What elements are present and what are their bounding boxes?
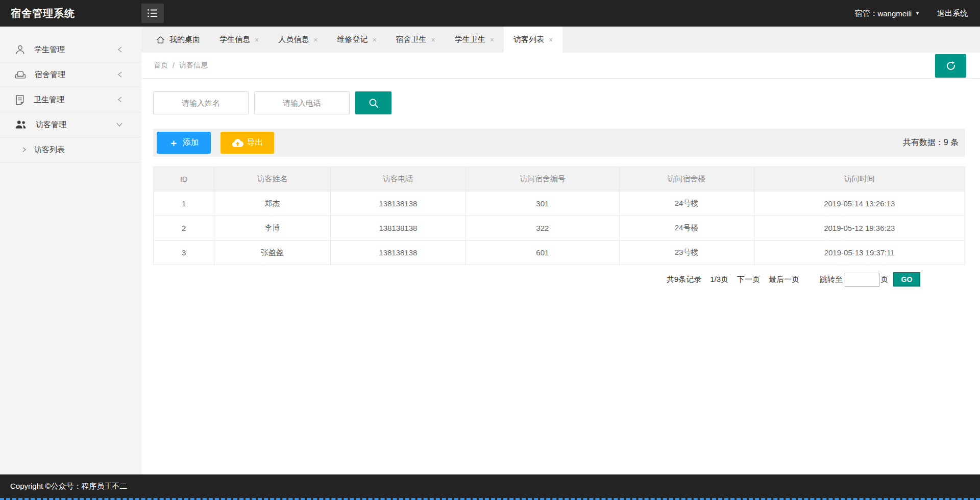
visitor-table: ID 访客姓名 访客电话 访问宿舍编号 访问宿舍楼 访问时间 1 郑杰 1381 [153,166,965,265]
dormitory-management-app: 宿舍管理系统 宿管：wangmeili ▼ 退出系统 [0,0,980,500]
col-header-id: ID [154,167,214,192]
plus-icon: ＋ [169,138,179,148]
table-row[interactable]: 1 郑杰 138138138 301 24号楼 2019-05-14 13:26… [154,192,965,216]
jump-page-input[interactable] [845,273,879,287]
tab-label: 维修登记 [337,35,368,44]
close-icon[interactable]: × [372,36,376,44]
cell-dorm-number: 301 [466,192,620,216]
col-header-dorm-building: 访问宿舍楼 [619,167,754,192]
col-header-dorm-number: 访问宿舍编号 [466,167,620,192]
sidebar: 学生管理 宿舍管理 [0,27,141,474]
cell-id: 2 [154,216,214,241]
breadcrumb-separator: / [173,61,175,69]
phone-search-input[interactable] [254,91,350,114]
tab-my-desktop[interactable]: 我的桌面 [146,27,210,53]
search-button[interactable] [355,91,391,114]
cell-visit-time: 2019-05-13 19:37:11 [754,241,965,265]
middle-region: 学生管理 宿舍管理 [0,27,980,474]
main-area: 我的桌面 学生信息 × 人员信息 × 维修登记 × 宿舍卫生 × [141,27,980,474]
export-button[interactable]: 导出 [220,132,274,154]
tab-student-hygiene[interactable]: 学生卫生 × [445,27,504,53]
cell-visitor-name: 郑杰 [214,192,330,216]
cloud-upload-icon [232,138,243,148]
sidebar-item-label: 卫生管理 [34,95,64,105]
sidebar-item-visitor-list[interactable]: 访客列表 [0,137,141,162]
tab-label: 宿舍卫生 [396,35,427,44]
cell-visit-time: 2019-05-12 19:36:23 [754,216,965,241]
sidebar-item-dorm-management[interactable]: 宿舍管理 [0,62,141,87]
tab-personnel-info[interactable]: 人员信息 × [268,27,327,53]
tab-repair-register[interactable]: 维修登记 × [327,27,386,53]
tab-label: 访客列表 [513,35,544,44]
cell-visitor-name: 李博 [214,216,330,241]
chevron-right-icon [21,147,27,153]
table-row[interactable]: 2 李博 138138138 322 24号楼 2019-05-12 19:36… [154,216,965,241]
close-icon[interactable]: × [549,36,553,44]
export-button-label: 导出 [247,137,263,148]
col-header-visitor-name: 访客姓名 [214,167,330,192]
home-icon [156,36,165,44]
sidebar-item-hygiene-management[interactable]: 卫生管理 [0,87,141,112]
refresh-button[interactable] [935,54,966,78]
chevron-down-icon [116,122,123,128]
cell-dorm-number: 601 [466,241,620,265]
tab-label: 学生卫生 [455,35,485,44]
tab-label: 学生信息 [219,35,250,44]
cell-visitor-phone: 138138138 [330,216,466,241]
copyright-text: Copyright ©公众号：程序员王不二 [10,482,127,491]
next-page-link[interactable]: 下一页 [737,275,760,284]
sidebar-item-label: 学生管理 [34,45,65,55]
content-panel: ＋ 添加 导出 共有数据：9 条 [141,79,980,474]
close-icon[interactable]: × [431,36,435,44]
cell-id: 3 [154,241,214,265]
add-button-label: 添加 [183,137,199,148]
total-count-text: 共有数据：9 条 [903,137,961,148]
table-toolbar: ＋ 添加 导出 共有数据：9 条 [153,129,965,157]
chevron-left-icon [117,96,123,103]
cell-dorm-number: 322 [466,216,620,241]
refresh-icon [946,61,956,71]
pagination: 共9条记录 1/3页 下一页 最后一页 跳转至 页 GO [153,272,920,287]
go-button[interactable]: GO [893,272,920,287]
tab-student-info[interactable]: 学生信息 × [210,27,268,53]
add-button[interactable]: ＋ 添加 [157,132,211,154]
page-unit-label: 页 [880,275,888,284]
tab-visitor-list[interactable]: 访客列表 × [504,27,562,53]
chevron-left-icon [117,71,123,78]
user-menu[interactable]: 宿管：wangmeili ▼ [854,9,920,18]
breadcrumb-current: 访客信息 [179,61,208,70]
sidebar-item-student-management[interactable]: 学生管理 [0,37,141,62]
name-search-input[interactable] [153,91,249,114]
breadcrumb-home[interactable]: 首页 [154,61,168,70]
cell-visitor-name: 张盈盈 [214,241,330,265]
logout-button[interactable]: 退出系统 [937,9,968,18]
hamburger-icon [147,8,158,18]
search-icon [368,97,380,109]
cell-visitor-phone: 138138138 [330,241,466,265]
jump-label: 跳转至 [820,275,843,284]
tab-label: 我的桌面 [169,35,200,44]
close-icon[interactable]: × [490,36,494,44]
last-page-link[interactable]: 最后一页 [769,275,799,284]
sidebar-item-label: 宿舍管理 [35,70,65,80]
breadcrumb: 首页 / 访客信息 [141,53,980,79]
table-row[interactable]: 3 张盈盈 138138138 601 23号楼 2019-05-13 19:3… [154,241,965,265]
sofa-icon [15,69,26,80]
top-bar: 宿舍管理系统 宿管：wangmeili ▼ 退出系统 [0,0,980,27]
table-header-row: ID 访客姓名 访客电话 访问宿舍编号 访问宿舍楼 访问时间 [154,167,965,192]
document-icon [15,94,25,105]
search-row [153,91,965,114]
record-summary: 共9条记录 [667,275,701,284]
chevron-left-icon [117,46,123,53]
cell-visitor-phone: 138138138 [330,192,466,216]
tab-dorm-hygiene[interactable]: 宿舍卫生 × [386,27,445,53]
cell-dorm-building: 24号楼 [619,216,754,241]
sidebar-item-visitor-management[interactable]: 访客管理 [0,112,141,137]
user-role-label: 宿管： [854,9,877,18]
close-icon[interactable]: × [255,36,259,44]
tab-label: 人员信息 [278,35,309,44]
close-icon[interactable]: × [313,36,317,44]
users-icon [15,120,27,130]
cell-dorm-building: 24号楼 [619,192,754,216]
sidebar-toggle-button[interactable] [141,4,164,23]
